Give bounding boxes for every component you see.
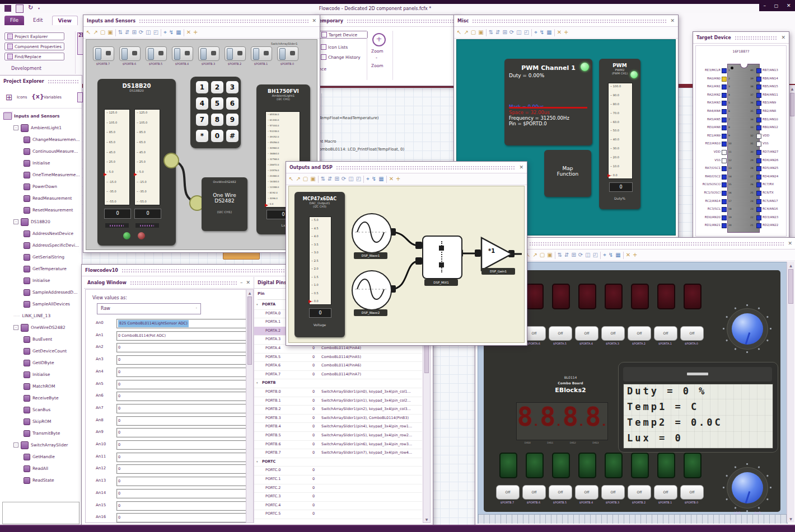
porta-button-3[interactable]: Off: [575, 326, 598, 341]
pin-rc0-sosco[interactable]: RC0/SOSCO15: [696, 181, 727, 189]
drag-hatch[interactable]: [529, 242, 784, 246]
raise-icon[interactable]: ⇅: [321, 176, 325, 182]
analog-value-input[interactable]: 0: [116, 368, 246, 377]
digital-row-portc.4[interactable]: PORTC.40: [254, 501, 422, 511]
pin-ra3-an3[interactable]: RA3/AN35: [696, 100, 727, 107]
target-titlebar[interactable]: Target Device ✕: [693, 32, 789, 44]
copy-icon[interactable]: ▢: [303, 176, 308, 182]
analog-titlebar[interactable]: Analog Window – ✕: [84, 277, 254, 289]
collapse-icon[interactable]: ▾: [256, 381, 258, 384]
lower-icon[interactable]: ⇵: [328, 176, 332, 182]
portb-button-6[interactable]: Off: [654, 485, 677, 500]
analog-value-input[interactable]: 0: [116, 453, 246, 462]
pin-ra5-an5[interactable]: RA5/AN57: [696, 116, 727, 124]
mesh-icon[interactable]: ▦: [176, 30, 181, 35]
outputs-canvas[interactable]: MCP47x6DAC DAC_Output1 (I2C CH3) ‒ 5.0‒ …: [288, 186, 525, 343]
drag-hatch[interactable]: [48, 79, 78, 83]
align-icon[interactable]: ◰: [356, 176, 361, 182]
paste-icon[interactable]: ▣: [107, 30, 113, 35]
scroll-down-icon[interactable]: ▼: [787, 517, 794, 521]
switch-portb.7[interactable]: [93, 46, 114, 61]
pin-rb3-an9[interactable]: 36RB3/AN9: [755, 100, 786, 107]
paste-icon[interactable]: ▣: [478, 30, 483, 35]
analog-value-input[interactable]: 825 ComboBL0114(LightSensor ADC): [116, 319, 246, 328]
scroll-thumb[interactable]: [788, 269, 793, 304]
switch-portb.6[interactable]: [119, 46, 141, 61]
flowchart-loop-block[interactable]: [223, 252, 260, 260]
pin-vss[interactable]: VSS12: [696, 157, 727, 164]
close-icon[interactable]: ✕: [670, 18, 675, 23]
target-icon[interactable]: ⌖: [366, 176, 370, 182]
porta-button-2[interactable]: Off: [549, 326, 572, 341]
copy-icon[interactable]: ▢: [540, 252, 545, 258]
tree-item-readall[interactable]: ReadAll: [2, 463, 81, 474]
tree-item-link-line-13[interactable]: ······LINK_LINE_13: [2, 310, 81, 322]
pin-rb1-an10[interactable]: 34RB1/AN10: [755, 116, 786, 124]
view-values-dropdown[interactable]: Raw ·: [97, 303, 201, 314]
drag-hatch[interactable]: [139, 19, 309, 23]
analog-value-input[interactable]: 0: [116, 428, 246, 437]
cursor-icon[interactable]: ↖: [289, 176, 293, 182]
analog-value-input[interactable]: 0: [116, 477, 246, 486]
pin-vss[interactable]: 31VSS: [755, 140, 786, 148]
scroll-thumb[interactable]: [247, 296, 252, 365]
paste-icon[interactable]: ▣: [547, 252, 552, 258]
tree-item-gettemperature[interactable]: GetTemperature: [2, 263, 81, 275]
collapse-icon[interactable]: ▾: [256, 460, 258, 463]
rotate-icon[interactable]: ⟳: [509, 30, 514, 35]
switch-knob[interactable]: [200, 48, 207, 60]
pin-rd4-an24[interactable]: 27RD4/AN24: [755, 173, 786, 181]
tree-item-matchrom[interactable]: MatchROM: [2, 380, 81, 392]
pin-rc2-an14[interactable]: RC2/AN1417: [696, 198, 727, 205]
digital-row-portc.5[interactable]: PORTC.50: [254, 510, 422, 519]
tree-item-ambientlight1[interactable]: -AmbientLight1: [2, 122, 81, 134]
pot-knob[interactable]: [727, 308, 768, 350]
analog-value-input[interactable]: 0: [116, 343, 246, 352]
tree-item-getdevicecount[interactable]: GetDeviceCount: [2, 345, 81, 357]
porta-button-5[interactable]: Off: [628, 326, 651, 341]
portb-button-0[interactable]: Off: [496, 485, 520, 500]
analog-value-input[interactable]: 0: [116, 392, 246, 401]
mesh-icon[interactable]: ▦: [546, 30, 551, 35]
lower-icon[interactable]: ⇵: [495, 30, 500, 35]
switch-portb.2[interactable]: [225, 46, 246, 61]
add-icon[interactable]: +: [564, 30, 568, 35]
cursor-plus-icon[interactable]: ↗: [93, 30, 97, 35]
pin-rd6-an26[interactable]: 29RD6/AN26: [755, 157, 786, 164]
delete-icon[interactable]: ✕: [557, 30, 562, 35]
grid-icon[interactable]: ⊞: [132, 30, 136, 35]
tree-item-getserialstring[interactable]: GetSerialString: [2, 251, 81, 263]
pin-rb0-an12[interactable]: 33RB0/AN12: [755, 124, 786, 131]
project-explorer-header[interactable]: Project Explorer: [0, 76, 82, 87]
digital-row-portb.4[interactable]: PORTB.40SwitchArraySlider1(pin4), keypad…: [254, 422, 422, 432]
drag-hatch[interactable]: [130, 281, 237, 285]
pin-rb5-an15[interactable]: 38RB5/AN15: [755, 83, 786, 91]
pin-rd2-an22[interactable]: 21RD2/AN22: [755, 222, 786, 229]
target-icon[interactable]: ⌖: [163, 30, 167, 35]
wire-icon[interactable]: ↯: [169, 30, 174, 35]
close-icon[interactable]: ✕: [246, 280, 250, 285]
align-icon[interactable]: ◰: [593, 252, 598, 258]
pin-rd7-an27[interactable]: 30RD7/AN27: [755, 149, 786, 156]
switch-portb.0[interactable]: [277, 46, 298, 61]
outputs-titlebar[interactable]: Outputs and DSP ✕: [286, 162, 527, 173]
pin-ra0-an0[interactable]: RA0/AN02: [696, 76, 727, 83]
find-replace-button[interactable]: Find/Replace: [4, 53, 64, 60]
collapse-icon[interactable]: ▾: [256, 303, 258, 306]
pin-re2-an10[interactable]: RE2/AN1010: [696, 140, 727, 148]
cursor-icon[interactable]: ↖: [86, 30, 91, 35]
analog-value-input[interactable]: 0: [116, 464, 246, 474]
scroll-down-icon[interactable]: ▼: [423, 517, 430, 521]
pin-rb6-an14[interactable]: 39RB6/AN14: [755, 76, 786, 83]
dsp-wave2-component[interactable]: [352, 270, 392, 310]
pin-rc7-rx[interactable]: 26RC7/RX: [755, 181, 786, 189]
close-icon[interactable]: ✕: [312, 18, 316, 23]
mirror-icon[interactable]: ◫: [585, 252, 590, 258]
switch-knob[interactable]: [95, 48, 101, 60]
tree-item-ds18b20[interactable]: -DS18B20: [2, 216, 81, 228]
switch-knob[interactable]: [253, 48, 259, 60]
analog-value-input[interactable]: 0: [116, 404, 246, 413]
pin-rd0-an20[interactable]: RD0/AN2019: [696, 214, 727, 222]
pin-rc1-sosci[interactable]: RC1/SOSCI16: [696, 190, 727, 197]
digital-row-portc.2[interactable]: PORTC.20: [254, 484, 422, 493]
